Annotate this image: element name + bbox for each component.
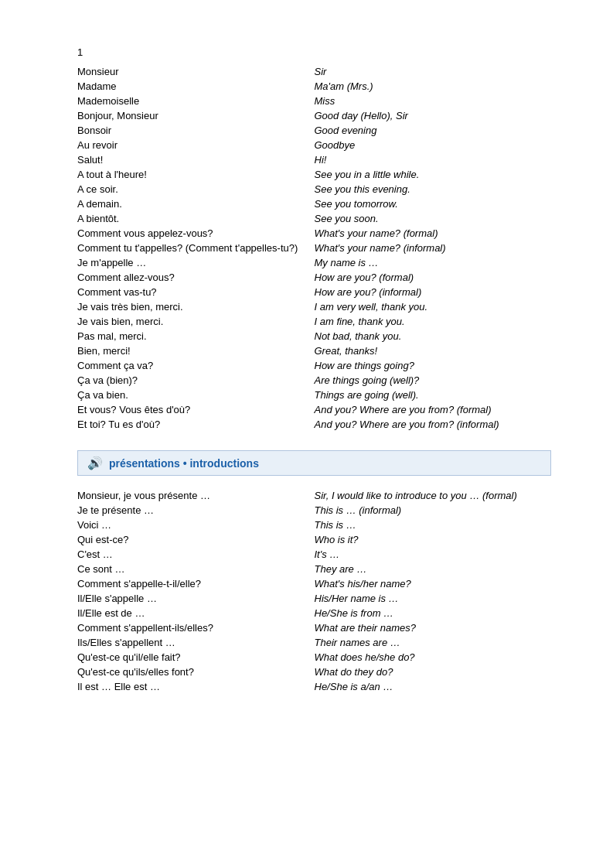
french-text: A bientôt. — [77, 211, 315, 226]
english-text: See you this evening. — [315, 182, 552, 196]
french-text: Comment vous appelez-vous? — [77, 226, 315, 241]
table-row: Il/Elle s'appelle … His/Her name is … — [77, 591, 551, 606]
table-row: Comment ça va? How are things going? — [77, 358, 551, 373]
french-text: Mademoiselle — [77, 94, 315, 108]
table-row: Et toi? Tu es d'où? And you? Where are y… — [77, 417, 551, 432]
french-text: Je m'appelle … — [77, 255, 315, 270]
french-text: Bonjour, Monsieur — [77, 108, 315, 123]
table-row: Je m'appelle … My name is … — [77, 255, 551, 270]
english-text: Sir, I would like to introduce to you … … — [315, 488, 552, 503]
table-row: Qui est-ce? Who is it? — [77, 532, 551, 547]
greetings-table: Monsieur Sir Madame Ma'am (Mrs.) Mademoi… — [77, 64, 551, 432]
english-text: Hi! — [315, 152, 552, 167]
french-text: Monsieur — [77, 64, 315, 79]
table-row: Voici … This is … — [77, 518, 551, 532]
english-text: What are their names? — [315, 620, 552, 635]
english-text: What's your name? (informal) — [315, 241, 552, 255]
english-text: What does he/she do? — [315, 650, 552, 665]
english-text: See you soon. — [315, 211, 552, 226]
table-row: Salut! Hi! — [77, 152, 551, 167]
french-text: Il est … Elle est … — [77, 679, 315, 694]
table-row: C'est … It's … — [77, 547, 551, 562]
english-text: This is … (informal) — [315, 503, 552, 518]
table-row: Mademoiselle Miss — [77, 94, 551, 108]
french-text: Qui est-ce? — [77, 532, 315, 547]
french-text: Comment allez-vous? — [77, 270, 315, 285]
french-text: Ce sont … — [77, 562, 315, 576]
french-text: Il/Elle s'appelle … — [77, 591, 315, 606]
table-row: Au revoir Goodbye — [77, 138, 551, 152]
table-row: Monsieur Sir — [77, 64, 551, 79]
english-text: He/She is a/an … — [315, 679, 552, 694]
english-text: Not bad, thank you. — [315, 329, 552, 343]
english-text: Sir — [315, 64, 552, 79]
french-text: Qu'est-ce qu'ils/elles font? — [77, 665, 315, 679]
table-row: Comment allez-vous? How are you? (formal… — [77, 270, 551, 285]
english-text: Good day (Hello), Sir — [315, 108, 552, 123]
french-text: C'est … — [77, 547, 315, 562]
table-row: Comment s'appelle-t-il/elle? What's his/… — [77, 576, 551, 591]
french-text: Bonsoir — [77, 123, 315, 138]
table-row: Qu'est-ce qu'ils/elles font? What do the… — [77, 665, 551, 679]
page-number: 1 — [77, 46, 551, 58]
french-text: Je vais bien, merci. — [77, 314, 315, 329]
french-text: Monsieur, je vous présente … — [77, 488, 315, 503]
table-row: Pas mal, merci. Not bad, thank you. — [77, 329, 551, 343]
english-text: And you? Where are you from? (informal) — [315, 417, 552, 432]
english-text: What's his/her name? — [315, 576, 552, 591]
english-text: It's … — [315, 547, 552, 562]
table-row: A bientôt. See you soon. — [77, 211, 551, 226]
english-text: And you? Where are you from? (formal) — [315, 402, 552, 417]
english-text: What's your name? (formal) — [315, 226, 552, 241]
french-text: Comment vas-tu? — [77, 285, 315, 299]
section-title: présentations • introductions — [109, 457, 259, 470]
section-presentations-header: 🔊 présentations • introductions — [77, 450, 551, 476]
table-row: Il est … Elle est … He/She is a/an … — [77, 679, 551, 694]
english-text: How are things going? — [315, 358, 552, 373]
table-row: Je vais très bien, merci. I am very well… — [77, 299, 551, 314]
english-text: He/She is from … — [315, 606, 552, 620]
english-text: How are you? (formal) — [315, 270, 552, 285]
english-text: Miss — [315, 94, 552, 108]
table-row: Je te présente … This is … (informal) — [77, 503, 551, 518]
english-text: My name is … — [315, 255, 552, 270]
table-row: A demain. See you tomorrow. — [77, 196, 551, 211]
table-row: Comment vas-tu? How are you? (informal) — [77, 285, 551, 299]
english-text: I am very well, thank you. — [315, 299, 552, 314]
french-text: Je vais très bien, merci. — [77, 299, 315, 314]
table-row: Comment s'appellent-ils/elles? What are … — [77, 620, 551, 635]
table-row: Il/Elle est de … He/She is from … — [77, 606, 551, 620]
table-row: Bien, merci! Great, thanks! — [77, 343, 551, 358]
english-text: Great, thanks! — [315, 343, 552, 358]
french-text: Madame — [77, 79, 315, 94]
french-text: Et vous? Vous êtes d'où? — [77, 402, 315, 417]
english-text: What do they do? — [315, 665, 552, 679]
english-text: His/Her name is … — [315, 591, 552, 606]
english-text: They are … — [315, 562, 552, 576]
english-text: How are you? (informal) — [315, 285, 552, 299]
english-text: Good evening — [315, 123, 552, 138]
french-text: Ils/Elles s'appellent … — [77, 635, 315, 650]
table-row: Qu'est-ce qu'il/elle fait? What does he/… — [77, 650, 551, 665]
french-text: Comment s'appellent-ils/elles? — [77, 620, 315, 635]
french-text: Il/Elle est de … — [77, 606, 315, 620]
french-text: Comment s'appelle-t-il/elle? — [77, 576, 315, 591]
table-row: Ça va bien. Things are going (well). — [77, 388, 551, 402]
french-text: Comment ça va? — [77, 358, 315, 373]
english-text: Things are going (well). — [315, 388, 552, 402]
presentations-table: Monsieur, je vous présente … Sir, I woul… — [77, 488, 551, 694]
english-text: Their names are … — [315, 635, 552, 650]
french-text: Qu'est-ce qu'il/elle fait? — [77, 650, 315, 665]
table-row: Bonjour, Monsieur Good day (Hello), Sir — [77, 108, 551, 123]
french-text: Salut! — [77, 152, 315, 167]
french-text: Voici … — [77, 518, 315, 532]
table-row: Ça va (bien)? Are things going (well)? — [77, 373, 551, 388]
table-row: A tout à l'heure! See you in a little wh… — [77, 167, 551, 182]
table-row: Madame Ma'am (Mrs.) — [77, 79, 551, 94]
english-text: This is … — [315, 518, 552, 532]
table-row: Et vous? Vous êtes d'où? And you? Where … — [77, 402, 551, 417]
table-row: Comment tu t'appelles? (Comment t'appell… — [77, 241, 551, 255]
table-row: Comment vous appelez-vous? What's your n… — [77, 226, 551, 241]
french-text: Comment tu t'appelles? (Comment t'appell… — [77, 241, 315, 255]
french-text: Et toi? Tu es d'où? — [77, 417, 315, 432]
